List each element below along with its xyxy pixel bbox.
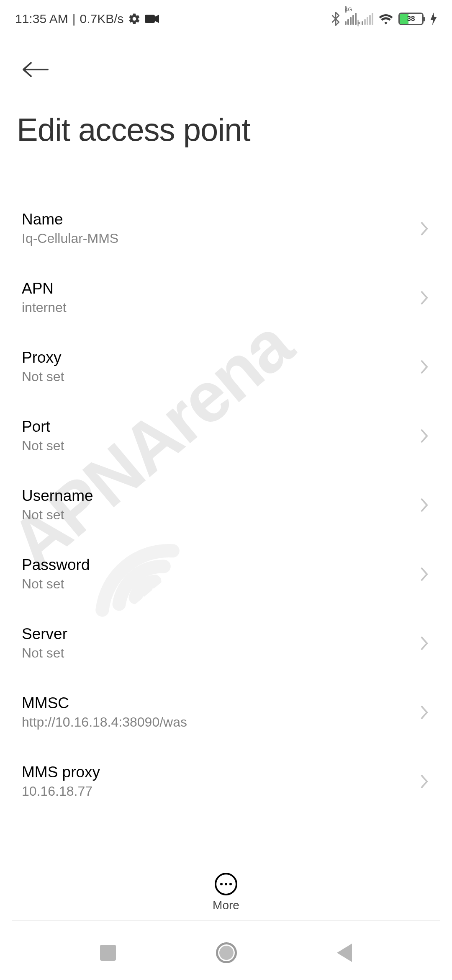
row-apn[interactable]: APN internet (17, 263, 435, 332)
more-label: More (213, 899, 239, 912)
row-value: internet (22, 300, 67, 315)
charging-icon (430, 13, 437, 25)
chevron-right-icon (420, 291, 429, 305)
row-label: MMSC (22, 694, 187, 712)
row-value: 10.16.18.77 (22, 784, 100, 799)
row-label: APN (22, 280, 67, 297)
status-separator: | (72, 12, 76, 26)
battery-icon: 38 (398, 13, 424, 25)
row-name[interactable]: Name Iq-Cellular-MMS (17, 194, 435, 263)
row-value: Not set (22, 576, 90, 592)
row-label: Password (22, 556, 90, 574)
gear-icon (128, 13, 141, 25)
row-server[interactable]: Server Not set (17, 609, 435, 678)
arrow-left-icon (22, 60, 49, 79)
nav-recent-button[interactable] (100, 945, 116, 961)
status-bar: 11:35 AM | 0.7KB/s 4G × 38 (0, 0, 452, 38)
row-value: Not set (22, 645, 67, 661)
chevron-right-icon (420, 498, 429, 512)
divider (12, 921, 440, 921)
chevron-right-icon (420, 705, 429, 720)
chevron-right-icon (420, 774, 429, 789)
row-value: Not set (22, 438, 64, 454)
status-data-rate: 0.7KB/s (80, 12, 124, 26)
signal-sim2-icon: × (362, 13, 373, 25)
chevron-right-icon (420, 429, 429, 443)
row-label: Proxy (22, 349, 64, 366)
row-label: Server (22, 625, 67, 643)
row-mmsc[interactable]: MMSC http://10.16.18.4:38090/was (17, 678, 435, 747)
row-username[interactable]: Username Not set (17, 470, 435, 539)
row-value: Not set (22, 507, 93, 523)
signal-4g-label: 4G (345, 6, 347, 13)
bluetooth-icon (331, 12, 340, 26)
camera-icon (145, 14, 159, 24)
nav-back-button[interactable] (337, 944, 352, 962)
row-label: Username (22, 487, 93, 505)
chevron-right-icon (420, 636, 429, 650)
row-mms-proxy[interactable]: MMS proxy 10.16.18.77 (17, 747, 435, 816)
row-value: Not set (22, 369, 64, 384)
page-title: Edit access point (17, 111, 435, 148)
row-proxy[interactable]: Proxy Not set (17, 332, 435, 401)
row-value: Iq-Cellular-MMS (22, 231, 118, 246)
more-icon (215, 873, 237, 895)
chevron-right-icon (420, 360, 429, 374)
row-label: Name (22, 211, 118, 228)
row-label: MMS proxy (22, 763, 100, 781)
chevron-right-icon (420, 222, 429, 236)
row-port[interactable]: Port Not set (17, 401, 435, 470)
back-button[interactable] (22, 53, 55, 86)
signal-sim1-icon: 4G (345, 13, 357, 25)
settings-list: Name Iq-Cellular-MMS APN internet Proxy … (0, 194, 452, 816)
row-password[interactable]: Password Not set (17, 539, 435, 609)
android-nav-bar (0, 926, 452, 980)
nav-home-button[interactable] (216, 942, 237, 963)
more-button[interactable]: More (0, 867, 452, 918)
svg-rect-1 (145, 15, 155, 23)
wifi-icon (378, 13, 393, 25)
row-value: http://10.16.18.4:38090/was (22, 714, 187, 730)
row-label: Port (22, 418, 64, 436)
battery-percent: 38 (400, 14, 422, 24)
chevron-right-icon (420, 567, 429, 581)
status-time: 11:35 AM (15, 12, 68, 26)
